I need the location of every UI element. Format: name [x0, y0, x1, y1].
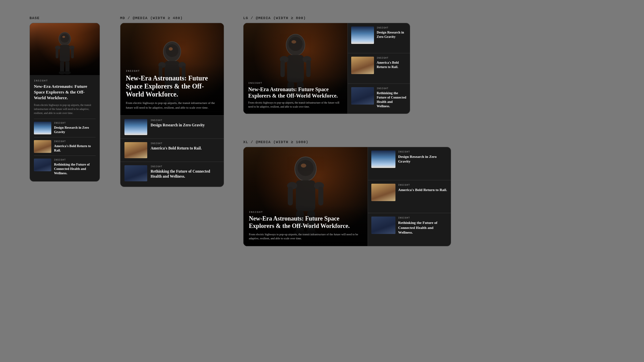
lg-article2-insight: INSIGHT — [377, 57, 407, 59]
lg-thumb-2 — [351, 57, 374, 74]
md-thumb-2 — [124, 142, 147, 158]
xl-side-item-2[interactable]: INSIGHT America's Bold Return to Rail. — [368, 180, 451, 214]
md-list-item-1[interactable]: INSIGHT Design Research in Zero Gravity — [120, 115, 224, 138]
xl-main-title: New-Era Astronauts: Future Space Explore… — [249, 215, 362, 230]
lg-hero-image: INSIGHT New-Era Astronauts: Future Space… — [244, 23, 347, 114]
lg-hero-overlay: INSIGHT New-Era Astronauts: Future Space… — [244, 77, 347, 114]
xl-list-info-3: INSIGHT Rethinking the Future of Connect… — [398, 217, 447, 235]
xl-thumb-2 — [371, 184, 395, 201]
xl-article1-insight: INSIGHT — [398, 150, 447, 153]
xl-hero-image: INSIGHT New-Era Astronauts: Future Space… — [244, 147, 368, 246]
lg-article1-insight: INSIGHT — [377, 26, 407, 29]
base-article2-title: America's Bold Return to Rail. — [54, 144, 96, 153]
xl-list-info-1: INSIGHT Design Research in Zero Gravity — [398, 150, 447, 164]
base-article1-title: Design Research in Zero Gravity — [54, 125, 96, 134]
xl-label: XL / @MEDIA (WIDTH ≥ 1080) — [243, 140, 451, 144]
md-article1-insight: INSIGHT — [151, 119, 220, 122]
base-section: BASE — [30, 16, 100, 182]
md-card: INSIGHT New-Era Astronauts: Future Space… — [120, 23, 224, 187]
md-hero-image: INSIGHT New-Era Astronauts: Future Space… — [120, 23, 224, 115]
lg-thumb-3 — [351, 87, 374, 105]
md-main-title: New-Era Astronauts: Future Space Explore… — [126, 74, 218, 98]
xl-section: XL / @MEDIA (WIDTH ≥ 1080) — [243, 140, 451, 246]
md-list-info-2: INSIGHT America's Bold Return to Rail. — [151, 142, 220, 151]
lg-article3-insight: INSIGHT — [377, 87, 407, 90]
base-list-item-1[interactable]: INSIGHT Design Research in Zero Gravity — [34, 119, 96, 137]
svg-rect-42 — [288, 187, 293, 205]
lg-thumb-1 — [351, 26, 374, 44]
base-insight-label: INSIGHT — [34, 79, 96, 82]
md-article1-title: Design Research in Zero Gravity — [151, 123, 220, 128]
svg-point-2 — [62, 36, 65, 38]
svg-rect-43 — [318, 187, 323, 205]
md-list-info-1: INSIGHT Design Research in Zero Gravity — [151, 119, 220, 128]
md-article2-title: America's Bold Return to Rail. — [151, 146, 220, 151]
md-article3-insight: INSIGHT — [151, 165, 220, 168]
md-section: MD / @MEDIA (WIDTH ≥ 480) INSIGHT New-Er — [120, 16, 224, 187]
svg-rect-8 — [60, 61, 64, 73]
xl-inner: INSIGHT New-Era Astronauts: Future Space… — [244, 147, 451, 246]
svg-rect-31 — [306, 60, 311, 77]
base-article1-insight: INSIGHT — [54, 122, 96, 124]
base-list-item-2[interactable]: INSIGHT America's Bold Return to Rail. — [34, 137, 96, 156]
lg-list-info-1: INSIGHT Design Research in Zero Gravity — [377, 26, 407, 39]
xl-hero-overlay: INSIGHT New-Era Astronauts: Future Space… — [244, 205, 368, 246]
xl-article2-title: America's Bold Return to Rail. — [398, 187, 447, 192]
lg-list-info-3: INSIGHT Rethinking the Future of Connect… — [377, 87, 407, 108]
lg-side-item-1[interactable]: INSIGHT Design Research in Zero Gravity — [348, 23, 410, 53]
svg-rect-30 — [280, 60, 285, 77]
md-list-item-3[interactable]: INSIGHT Rethinking the Future of Connect… — [120, 162, 224, 185]
lg-side-item-2[interactable]: INSIGHT America's Bold Return to Rail. — [348, 53, 410, 83]
svg-rect-3 — [60, 45, 70, 62]
svg-rect-7 — [71, 48, 74, 58]
xl-list-info-2: INSIGHT America's Bold Return to Rail. — [398, 184, 447, 192]
lg-article3-title: Rethinking the Future of Connected Healt… — [377, 91, 407, 108]
xl-side-item-1[interactable]: INSIGHT Design Research in Zero Gravity — [368, 147, 451, 180]
svg-rect-9 — [65, 61, 69, 73]
lg-card: INSIGHT New-Era Astronauts: Future Space… — [243, 23, 410, 114]
md-thumb-3 — [124, 165, 147, 181]
xl-thumb-3 — [371, 217, 395, 234]
svg-point-11 — [64, 71, 71, 74]
xl-article3-insight: INSIGHT — [398, 217, 447, 219]
base-list-item-3[interactable]: INSIGHT Rethinking the Future of Connect… — [34, 156, 96, 178]
svg-point-26 — [291, 40, 296, 44]
xl-thumb-1 — [371, 150, 395, 168]
lg-list-info-2: INSIGHT America's Bold Return to Rail. — [377, 57, 407, 69]
astronaut-base-icon — [53, 28, 76, 75]
md-content: INSIGHT Design Research in Zero Gravity … — [120, 115, 224, 187]
md-label: MD / @MEDIA (WIDTH ≥ 480) — [120, 16, 224, 20]
lg-insight-label: INSIGHT — [248, 81, 343, 84]
xl-article1-title: Design Research in Zero Gravity — [398, 154, 447, 164]
lg-article2-title: America's Bold Return to Rail. — [377, 60, 407, 69]
lg-article1-title: Design Research in Zero Gravity — [377, 30, 407, 39]
lg-label: LG / @MEDIA (WIDTH ≥ 800) — [243, 16, 410, 20]
base-list-info-2: INSIGHT America's Bold Return to Rail. — [54, 140, 96, 153]
lg-main-title: New-Era Astronauts: Future Space Explore… — [248, 86, 343, 99]
xl-card: INSIGHT New-Era Astronauts: Future Space… — [243, 147, 451, 246]
md-main-desc: From electric highways to pop-up airport… — [126, 101, 218, 110]
base-thumb-3 — [34, 159, 51, 171]
base-thumb-2 — [34, 140, 51, 153]
md-insight-label: INSIGHT — [126, 69, 218, 72]
xl-insight-label: INSIGHT — [249, 210, 362, 214]
base-thumb-1 — [34, 122, 51, 134]
base-main-title: New-Era Astronauts: Future Space Explore… — [34, 84, 96, 101]
svg-point-38 — [301, 164, 306, 168]
svg-point-13 — [166, 44, 178, 57]
lg-inner: INSIGHT New-Era Astronauts: Future Space… — [244, 23, 410, 114]
lg-main-desc: From electric highways to pop-up airport… — [248, 101, 343, 109]
xl-sidebar: INSIGHT Design Research in Zero Gravity … — [368, 147, 451, 246]
base-main-desc: From electric highways to pop-up airport… — [34, 103, 96, 115]
md-list-item-2[interactable]: INSIGHT America's Bold Return to Rail. — [120, 138, 224, 162]
md-list-info-3: INSIGHT Rethinking the Future of Connect… — [151, 165, 220, 179]
xl-side-item-3[interactable]: INSIGHT Rethinking the Future of Connect… — [368, 213, 451, 246]
base-article3-insight: INSIGHT — [54, 159, 96, 161]
svg-point-1 — [60, 34, 69, 43]
lg-section: LG / @MEDIA (WIDTH ≥ 800) — [243, 16, 410, 114]
lg-side-item-3[interactable]: INSIGHT Rethinking the Future of Connect… — [348, 84, 410, 114]
lg-sidebar: INSIGHT Design Research in Zero Gravity … — [347, 23, 410, 114]
md-hero-overlay: INSIGHT New-Era Astronauts: Future Space… — [120, 64, 224, 115]
svg-point-14 — [169, 47, 173, 51]
base-list-info-3: INSIGHT Rethinking the Future of Connect… — [54, 159, 96, 175]
